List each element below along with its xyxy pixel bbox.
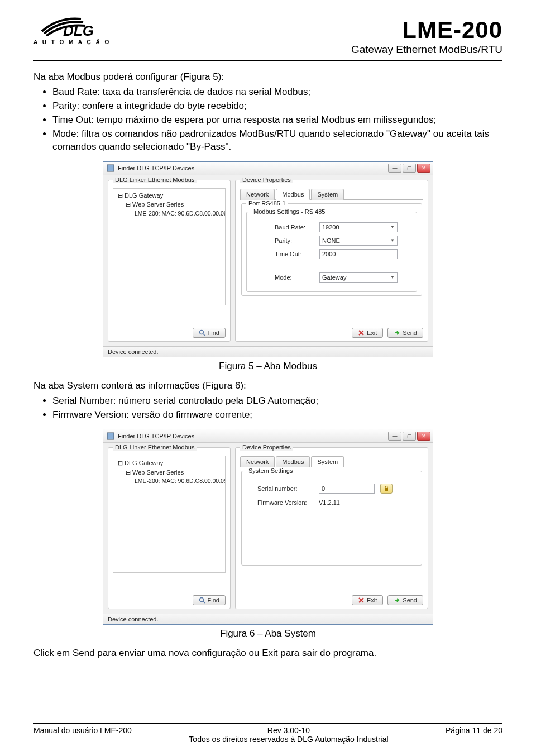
tab-modbus[interactable]: Modbus bbox=[276, 456, 310, 467]
page-footer: Manual do usuário LME-200 Rev 3.00-10 To… bbox=[34, 723, 502, 744]
right-panel: Device Properties Network Modbus System … bbox=[235, 447, 428, 609]
logo-subtitle: A U T O M A Ç Ã O bbox=[34, 39, 111, 45]
serial-number-input[interactable]: 0 bbox=[319, 484, 375, 494]
tree-node[interactable]: ⊟ Web Server Series bbox=[116, 200, 223, 209]
tab-network[interactable]: Network bbox=[240, 456, 275, 467]
svg-text:DLG: DLG bbox=[63, 22, 94, 38]
chevron-down-icon: ▼ bbox=[390, 238, 395, 243]
exit-button[interactable]: Exit bbox=[352, 595, 383, 605]
bullet-label: Parity: bbox=[52, 101, 79, 111]
tree-node[interactable]: LME-200: MAC: 90.6D.C8.00.00.09 bbox=[116, 209, 223, 218]
device-tree[interactable]: ⊟ DLG Gateway ⊟ Web Server Series LME-20… bbox=[113, 188, 226, 305]
figure-5-caption: Figura 5 – Aba Modbus bbox=[34, 361, 502, 372]
footer-page: Página 11 de 20 bbox=[446, 726, 502, 744]
bullet-label: Firmware Version: bbox=[52, 409, 129, 420]
firmware-version-value: V1.2.11 bbox=[319, 499, 340, 506]
chevron-down-icon: ▼ bbox=[390, 224, 395, 229]
right-panel: Device Properties Network Modbus System … bbox=[235, 180, 428, 342]
tab-system[interactable]: System bbox=[311, 456, 344, 467]
close-icon bbox=[358, 597, 365, 604]
right-panel-title: Device Properties bbox=[240, 444, 293, 451]
left-panel-title: DLG Linker Ethernet Modbus bbox=[113, 176, 197, 183]
tree-node[interactable]: ⊟ DLG Gateway bbox=[116, 191, 223, 200]
device-tree[interactable]: ⊟ DLG Gateway ⊟ Web Server Series LME-20… bbox=[113, 456, 226, 573]
bullet-text: confere a integridade do byte recebido; bbox=[82, 101, 247, 111]
modbus-settings-group: Modbus Settings - RS 485 Baud Rate: 1920… bbox=[246, 212, 417, 292]
tab-network[interactable]: Network bbox=[240, 189, 275, 200]
app-icon bbox=[107, 432, 114, 440]
finder-window-system: Finder DLG TCP/IP Devices — ▢ ✕ DLG Link… bbox=[103, 429, 433, 625]
mode-select[interactable]: Gateway▼ bbox=[319, 272, 398, 283]
left-panel-title: DLG Linker Ethernet Modbus bbox=[113, 444, 197, 451]
find-button[interactable]: Find bbox=[193, 595, 226, 605]
firmware-version-label: Firmware Version: bbox=[257, 499, 313, 506]
window-title: Finder DLG TCP/IP Devices bbox=[118, 433, 194, 439]
finder-window-modbus: Finder DLG TCP/IP Devices — ▢ ✕ DLG Link… bbox=[103, 161, 433, 357]
bullet-list-2: Serial Number: número serial controlado … bbox=[52, 395, 502, 422]
paragraph-2: Na aba System conterá as informações (Fi… bbox=[34, 380, 502, 393]
parity-select[interactable]: NONE▼ bbox=[319, 236, 398, 246]
bullet-label: Time Out: bbox=[52, 114, 94, 125]
minimize-button[interactable]: — bbox=[388, 164, 401, 173]
timeout-input[interactable]: 2000 bbox=[319, 249, 398, 259]
tab-modbus[interactable]: Modbus bbox=[276, 189, 310, 200]
send-button[interactable]: Send bbox=[387, 595, 423, 605]
bullet-label: Baud Rate: bbox=[52, 87, 100, 97]
lock-button[interactable] bbox=[380, 484, 393, 494]
footer-left: Manual do usuário LME-200 bbox=[34, 726, 132, 744]
close-button[interactable]: ✕ bbox=[417, 432, 430, 441]
app-icon bbox=[107, 164, 114, 172]
svg-rect-9 bbox=[385, 488, 388, 491]
bullet-text: versão do firmware corrente; bbox=[132, 409, 252, 420]
tabs: Network Modbus System bbox=[240, 456, 423, 467]
settings-group-title: Modbus Settings - RS 485 bbox=[251, 208, 327, 215]
exit-button[interactable]: Exit bbox=[352, 328, 383, 338]
timeout-label: Time Out: bbox=[275, 251, 314, 257]
baud-rate-select[interactable]: 19200▼ bbox=[319, 222, 398, 232]
status-bar: Device connected. bbox=[103, 346, 433, 357]
search-icon bbox=[199, 329, 205, 336]
parity-label: Parity: bbox=[275, 237, 314, 244]
page-header: DLG A U T O M A Ç Ã O LME-200 Gateway Et… bbox=[34, 17, 502, 61]
title-block: LME-200 Gateway Ethernet ModBus/RTU bbox=[351, 17, 502, 56]
close-icon bbox=[358, 329, 365, 336]
tree-node[interactable]: ⊟ DLG Gateway bbox=[116, 458, 223, 468]
paragraph-1: Na aba Modbus poderá configurar (Figura … bbox=[34, 71, 502, 84]
system-settings-group: System Settings Serial number: 0 Firmwar… bbox=[241, 471, 422, 566]
status-bar: Device connected. bbox=[103, 614, 433, 624]
port-group-title: Port RS485-1 bbox=[246, 200, 288, 207]
left-panel: DLG Linker Ethernet Modbus ⊟ DLG Gateway… bbox=[108, 447, 231, 609]
tree-node[interactable]: ⊟ Web Server Series bbox=[116, 468, 223, 477]
chevron-down-icon: ▼ bbox=[390, 275, 395, 280]
bullet-text: filtra os comandos não padronizados ModB… bbox=[52, 128, 489, 152]
minimize-button[interactable]: — bbox=[388, 432, 401, 441]
send-button[interactable]: Send bbox=[387, 328, 423, 338]
window-title: Finder DLG TCP/IP Devices bbox=[118, 165, 194, 171]
svg-rect-1 bbox=[107, 165, 114, 171]
left-panel: DLG Linker Ethernet Modbus ⊟ DLG Gateway… bbox=[108, 180, 231, 342]
find-button[interactable]: Find bbox=[193, 328, 226, 338]
svg-rect-6 bbox=[107, 433, 114, 439]
maximize-button[interactable]: ▢ bbox=[403, 432, 416, 441]
product-title: LME-200 bbox=[351, 17, 502, 44]
search-icon bbox=[199, 597, 205, 604]
window-titlebar[interactable]: Finder DLG TCP/IP Devices — ▢ ✕ bbox=[103, 429, 433, 443]
product-subtitle: Gateway Ethernet ModBus/RTU bbox=[351, 44, 502, 56]
footer-rev: Rev 3.00-10 bbox=[132, 726, 446, 735]
bullet-label: Mode: bbox=[52, 128, 79, 139]
tree-node[interactable]: LME-200: MAC: 90.6D.C8.00.00.09 bbox=[116, 477, 223, 486]
maximize-button[interactable]: ▢ bbox=[403, 164, 416, 173]
bullet-text: tempo máximo de espera por uma resposta … bbox=[97, 114, 437, 125]
tabs: Network Modbus System bbox=[240, 188, 423, 200]
bullet-list-1: Baud Rate: taxa da transferência de dado… bbox=[52, 86, 502, 154]
paragraph-3: Click em Send para enviar uma nova confi… bbox=[34, 647, 502, 660]
system-group-title: System Settings bbox=[246, 467, 295, 474]
baud-rate-label: Baud Rate: bbox=[275, 224, 314, 231]
arrow-right-icon bbox=[394, 329, 400, 336]
close-button[interactable]: ✕ bbox=[417, 164, 430, 173]
right-panel-title: Device Properties bbox=[240, 176, 293, 183]
port-group: Port RS485-1 Modbus Settings - RS 485 Ba… bbox=[241, 203, 422, 296]
window-titlebar[interactable]: Finder DLG TCP/IP Devices — ▢ ✕ bbox=[103, 162, 433, 175]
tab-system[interactable]: System bbox=[311, 189, 344, 200]
bullet-text: taxa da transferência de dados na serial… bbox=[103, 87, 310, 97]
